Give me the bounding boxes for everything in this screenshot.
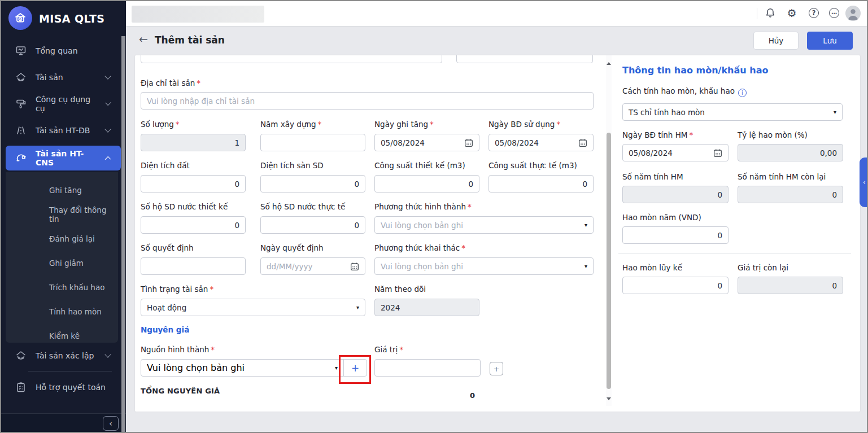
actual-capacity-input[interactable]: [488, 175, 594, 193]
submenu-item-ghi-giam[interactable]: Ghi giảm: [6, 251, 118, 275]
add-source-button[interactable]: +: [343, 360, 367, 376]
hm-yearly-input[interactable]: [622, 226, 729, 244]
hm-years-left-input[interactable]: [738, 186, 843, 203]
hm-years-input[interactable]: [622, 186, 729, 203]
notifications-bell-icon[interactable]: [764, 7, 777, 19]
required-asterisk: *: [430, 120, 434, 129]
status-select[interactable]: Hoạt động ▾: [141, 299, 365, 316]
start-use-date-input[interactable]: 05/08/2024: [488, 134, 594, 151]
calendar-icon[interactable]: [464, 138, 473, 147]
save-button[interactable]: Lưu: [807, 32, 853, 50]
hm-start-date-input[interactable]: 05/08/2024: [622, 144, 729, 161]
scrolled-input-partial-left[interactable]: [141, 55, 442, 63]
remaining-value-label: Giá trị còn lại: [738, 263, 788, 272]
decision-date-input[interactable]: dd/MM/yyyy: [260, 257, 365, 275]
select-placeholder: Vui lòng chọn bản ghi: [381, 262, 463, 271]
address-input[interactable]: [141, 92, 594, 110]
add-value-row-button[interactable]: +: [490, 362, 503, 375]
submenu-item-thay-doi-thong-tin[interactable]: Thay đổi thông tin: [6, 202, 118, 226]
submenu-label: Ghi tăng: [49, 186, 82, 195]
calendar-icon[interactable]: [350, 262, 359, 271]
plus-icon: +: [494, 365, 500, 373]
chevron-down-icon: [104, 73, 111, 79]
design-capacity-label: Công suất thiết kế (m3): [374, 161, 465, 170]
select-placeholder: Vui lòng chọn bản ghi: [147, 362, 245, 373]
road-icon: [15, 124, 27, 137]
record-date-input[interactable]: 05/08/2024: [374, 134, 479, 151]
actual-households-label: Số hộ SD nước thực tế: [260, 202, 345, 211]
build-year-input[interactable]: [260, 134, 365, 151]
actual-households-input[interactable]: [260, 216, 365, 234]
back-button[interactable]: ←: [139, 33, 148, 45]
scroll-up-arrow[interactable]: [607, 62, 611, 65]
exploit-method-select[interactable]: Vui lòng chọn bản ghi ▾: [374, 257, 594, 275]
settings-gear-icon[interactable]: ⚙: [786, 7, 798, 19]
sidebar-item-label: Công cụ dụng cụ: [36, 95, 98, 113]
sidebar-item-tai-san-ht-db[interactable]: Tài sản HT-ĐB: [1, 118, 121, 143]
required-asterisk: *: [197, 78, 200, 88]
value-input[interactable]: [374, 359, 481, 377]
value-label: Giá trị*: [374, 345, 403, 354]
required-asterisk: *: [461, 243, 465, 252]
source-label: Nguồn hình thành*: [141, 345, 215, 354]
sidebar-item-ho-tro-quyet-toan[interactable]: Hỗ trợ quyết toán: [1, 375, 121, 400]
remaining-value-input[interactable]: [738, 277, 843, 294]
floor-area-input[interactable]: [260, 175, 365, 193]
submenu-item-ghi-tang[interactable]: Ghi tăng: [6, 178, 118, 202]
submenu-item-trich-khau-hao[interactable]: Trích khấu hao: [6, 275, 118, 299]
design-capacity-input[interactable]: [374, 175, 479, 193]
calendar-icon[interactable]: [578, 138, 587, 147]
source-select[interactable]: Vui lòng chọn bản ghi ▾: [141, 360, 343, 376]
more-options-icon[interactable]: ⋯: [828, 7, 840, 19]
hm-accumulated-input[interactable]: [622, 277, 729, 294]
sidebar-collapse-button[interactable]: ‹: [103, 416, 119, 431]
ellipsis-glyph: ⋯: [829, 8, 839, 18]
original-cost-section-title: Nguyên giá: [141, 325, 189, 334]
clipboard-icon: [15, 381, 27, 393]
chevron-down-icon: [105, 100, 111, 106]
calc-method-label: Cách tính hao mòn, khấu haoi: [622, 86, 747, 97]
record-date-label: Ngày ghi tăng*: [374, 120, 434, 129]
formation-method-select[interactable]: Vui lòng chọn bản ghi ▾: [374, 216, 594, 234]
submenu-item-danh-gia-lai[interactable]: Đánh giá lại: [6, 226, 118, 251]
sidebar: MISA QLTS Tổng quan Tài sản Công cụ dụng…: [1, 1, 126, 433]
sidebar-scrollbar[interactable]: [121, 36, 125, 433]
sidebar-item-tai-san-xac-lap[interactable]: Tài sản xác lập: [1, 343, 121, 368]
info-icon[interactable]: i: [738, 89, 747, 97]
help-icon[interactable]: ?: [808, 7, 820, 19]
sidebar-item-tai-san[interactable]: Tài sản: [1, 65, 121, 90]
chevron-down-icon: ▾: [834, 110, 836, 115]
date-placeholder: dd/MM/yyyy: [267, 262, 313, 271]
submenu-label: Trích khấu hao: [49, 283, 104, 292]
required-asterisk: *: [210, 285, 213, 294]
total-original-cost-value: 0: [374, 391, 475, 400]
scroll-down-arrow[interactable]: [607, 397, 611, 400]
user-avatar[interactable]: [845, 6, 861, 21]
panel-collapse-tab[interactable]: ‹: [860, 158, 868, 207]
chevron-down-icon: ▾: [356, 305, 359, 310]
decision-no-input[interactable]: [141, 257, 246, 275]
design-households-input[interactable]: [141, 216, 246, 234]
sidebar-item-tai-san-ht-cns[interactable]: Tài sản HT-CNS: [6, 146, 121, 170]
quantity-input[interactable]: [141, 134, 246, 151]
sidebar-item-label: Hỗ trợ quyết toán: [36, 383, 106, 392]
app-logo[interactable]: [8, 6, 32, 30]
calendar-icon[interactable]: [713, 148, 722, 158]
submenu-label: Đánh giá lại: [49, 234, 95, 243]
decision-date-label: Ngày quyết định: [260, 243, 324, 252]
asset-icon: [15, 349, 27, 362]
submenu-item-tinh-hao-mon[interactable]: Tính hao mòn: [6, 299, 118, 323]
chevron-down-icon: ▾: [585, 222, 587, 228]
hm-accumulated-label: Hao mòn lũy kế: [622, 263, 682, 272]
brand-name: MISA QLTS: [39, 12, 104, 25]
sidebar-item-cong-cu-dung-cu[interactable]: Công cụ dụng cụ: [1, 91, 121, 116]
sidebar-item-tong-quan[interactable]: Tổng quan: [1, 38, 121, 63]
actual-capacity-label: Công suất thực tế (m3): [488, 161, 577, 170]
form-scrollbar-thumb[interactable]: [607, 133, 611, 389]
hm-rate-input[interactable]: [738, 144, 843, 161]
calc-method-select[interactable]: TS chỉ tính hao mòn ▾: [622, 103, 843, 121]
land-area-input[interactable]: [141, 175, 246, 193]
cancel-button[interactable]: Hủy: [753, 32, 799, 50]
tracking-year-input[interactable]: [374, 299, 479, 316]
scrolled-input-partial-right[interactable]: [456, 55, 593, 63]
